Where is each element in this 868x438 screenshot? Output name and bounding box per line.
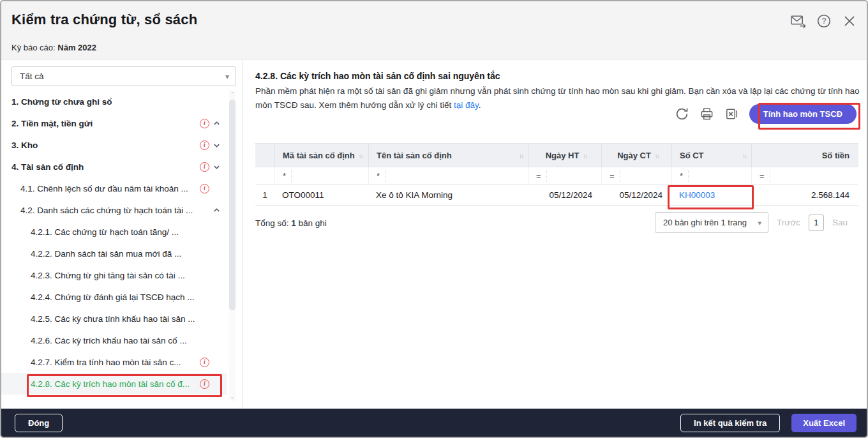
col-header-doc-no[interactable]: Số CT: [671, 144, 751, 167]
pagination: 20 bản ghi trên 1 trang Trước 1 Sau: [655, 212, 848, 233]
filter-date-ht[interactable]: =: [528, 167, 601, 184]
warning-info-icon[interactable]: [200, 119, 209, 128]
help-icon[interactable]: ?: [816, 13, 832, 29]
total-records: Tổng số: 1 bản ghi: [255, 218, 327, 228]
print-result-button[interactable]: In kết quả kiểm tra: [680, 414, 780, 432]
sort-icon[interactable]: [583, 151, 587, 160]
sidebar-scrollbar[interactable]: ⌃ ⌄: [229, 91, 236, 401]
cell-amount: 2.568.144: [751, 185, 858, 205]
col-header-asset-code[interactable]: Mã tài sản cố định: [274, 144, 368, 167]
filter-asset-code[interactable]: *: [274, 167, 368, 184]
send-feedback-icon[interactable]: [790, 13, 807, 29]
warning-info-icon[interactable]: [200, 140, 209, 150]
sidebar-item-1[interactable]: 1. Chứng từ chưa ghi sổ: [1, 91, 227, 112]
sidebar-item-4-2-3[interactable]: 4.2.3. Chứng từ ghi tăng tài sản có tài …: [1, 264, 227, 286]
result-table: Mã tài sản cố định Tên tài sản cố định N…: [255, 143, 858, 206]
next-page-button[interactable]: Sau: [832, 218, 848, 227]
sidebar-item-3[interactable]: 3. Kho: [1, 134, 227, 156]
print-icon[interactable]: [700, 107, 715, 122]
check-tree: 1. Chứng từ chưa ghi sổ 2. Tiền mặt, tiề…: [1, 91, 227, 395]
page-size-dropdown[interactable]: 20 bản ghi trên 1 trang: [655, 212, 768, 233]
col-header-index: [255, 144, 274, 167]
col-header-date-ct[interactable]: Ngày CT: [601, 144, 671, 167]
filter-asset-name[interactable]: *: [368, 167, 528, 184]
report-period: Kỳ báo cáo: Năm 2022: [11, 43, 96, 52]
filter-amount[interactable]: =: [751, 167, 858, 184]
sidebar-item-4[interactable]: 4. Tài sản cố định: [1, 156, 227, 177]
page-title: Kiểm tra chứng từ, sổ sách: [11, 11, 197, 28]
sort-icon[interactable]: [359, 151, 363, 160]
doc-no-link[interactable]: KH00003: [671, 185, 751, 205]
warning-info-icon[interactable]: [200, 358, 209, 367]
scroll-down-icon[interactable]: ⌄: [229, 393, 236, 401]
cell-asset-name: Xe ô tô KIA Morning: [368, 185, 528, 205]
col-header-amount[interactable]: Số tiền: [751, 144, 858, 167]
report-period-label: Kỳ báo cáo:: [11, 43, 56, 52]
warning-info-icon[interactable]: [200, 379, 209, 389]
sidebar-item-4-2[interactable]: 4.2. Danh sách các chứng từ hạch toán tà…: [1, 199, 227, 221]
chevron-down-icon[interactable]: [209, 142, 223, 149]
sidebar-item-4-2-6[interactable]: 4.2.6. Các kỳ trích khấu hao tài sản cố …: [1, 329, 227, 351]
check-documents-dialog: Kiểm tra chứng từ, sổ sách Kỳ báo cáo: N…: [0, 0, 868, 438]
table-toolbar: Tính hao mòn TSCĐ: [675, 104, 857, 124]
warning-info-icon[interactable]: [200, 184, 209, 193]
report-period-value: Năm 2022: [57, 43, 96, 52]
cell-date-ct: 05/12/2024: [601, 185, 671, 205]
sidebar-item-4-2-8-selected[interactable]: 4.2.8. Các kỳ trích hao mòn tài sản cố đ…: [1, 373, 227, 395]
detail-guide-link[interactable]: tại đây: [454, 100, 479, 110]
chevron-up-icon[interactable]: [209, 207, 223, 214]
chevron-down-icon[interactable]: [209, 163, 223, 170]
scrollbar-thumb[interactable]: [229, 100, 236, 310]
prev-page-button[interactable]: Trước: [777, 218, 800, 227]
sidebar-item-4-2-7[interactable]: 4.2.7. Kiểm tra tính hao mòn tài sản c..…: [1, 351, 227, 373]
table-row[interactable]: 1 OTO00011 Xe ô tô KIA Morning 05/12/202…: [255, 185, 858, 206]
col-header-date-ht[interactable]: Ngày HT: [528, 144, 601, 167]
filter-date-ct[interactable]: =: [601, 167, 671, 184]
chevron-down-icon: [225, 72, 229, 81]
refresh-icon[interactable]: [675, 107, 690, 122]
sort-icon[interactable]: [519, 151, 523, 160]
close-button[interactable]: Đóng: [15, 414, 63, 432]
tree-filter-value: Tất cả: [20, 72, 44, 81]
chevron-down-icon: [758, 218, 762, 227]
section-heading: 4.2.8. Các kỳ trích hao mòn tài sản cố đ…: [255, 71, 500, 81]
sidebar-item-4-2-4[interactable]: 4.2.4. Chứng từ đánh giá lại TSCĐ hạch .…: [1, 286, 227, 308]
table-header-row: Mã tài sản cố định Tên tài sản cố định N…: [255, 143, 858, 167]
export-excel-button[interactable]: Xuất Excel: [791, 414, 857, 432]
sidebar-item-4-2-5[interactable]: 4.2.5. Các kỳ chưa tính khấu hao tài sản…: [1, 308, 227, 329]
sidebar-item-4-2-2[interactable]: 4.2.2. Danh sách tài sản mua mới đã ...: [1, 243, 227, 264]
export-excel-icon[interactable]: [724, 107, 740, 122]
sidebar-item-4-1[interactable]: 4.1. Chênh lệch số dư đầu năm tài khoản …: [1, 177, 227, 199]
dialog-footer: Đóng In kết quả kiểm tra Xuất Excel: [1, 409, 867, 437]
cell-asset-code: OTO00011: [274, 185, 368, 205]
sidebar-item-2[interactable]: 2. Tiền mặt, tiền gửi: [1, 112, 227, 134]
header-icons: ?: [790, 13, 858, 29]
svg-text:?: ?: [822, 17, 827, 26]
calc-depreciation-button[interactable]: Tính hao mòn TSCĐ: [749, 104, 857, 124]
filter-doc-no[interactable]: *: [671, 167, 751, 184]
check-result-panel: 4.2.8. Các kỳ trích hao mòn tài sản cố đ…: [243, 60, 867, 409]
sort-icon[interactable]: [655, 151, 659, 160]
scroll-up-icon[interactable]: ⌃: [229, 91, 236, 98]
close-icon[interactable]: [841, 13, 858, 29]
cell-date-ht: 05/12/2024: [528, 185, 601, 205]
col-header-asset-name[interactable]: Tên tài sản cố định: [368, 144, 528, 167]
tree-filter-dropdown[interactable]: Tất cả: [11, 66, 236, 86]
page-number-input[interactable]: 1: [809, 215, 824, 231]
table-filter-row: * * = = * =: [255, 167, 858, 185]
sidebar-item-4-2-1[interactable]: 4.2.1. Các chứng từ hạch toán tăng/ ...: [1, 221, 227, 243]
sort-icon[interactable]: [742, 151, 746, 160]
check-tree-sidebar: Tất cả 1. Chứng từ chưa ghi sổ 2. Tiền m…: [1, 60, 243, 409]
warning-info-icon[interactable]: [200, 162, 209, 172]
cell-index: 1: [255, 185, 274, 205]
chevron-up-icon[interactable]: [209, 120, 223, 127]
dialog-header: Kiểm tra chứng từ, sổ sách Kỳ báo cáo: N…: [1, 1, 867, 60]
